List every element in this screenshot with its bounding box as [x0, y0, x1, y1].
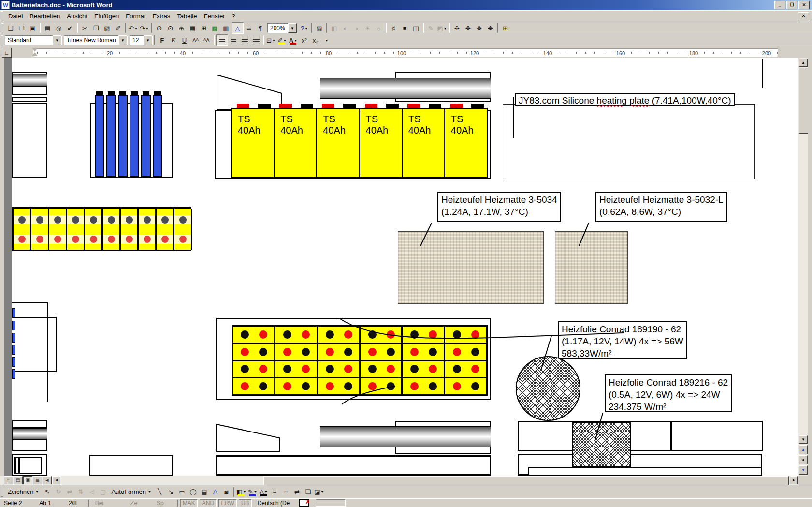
print-icon[interactable]: ▤ — [42, 23, 53, 33]
toolbar-left-arrow-button[interactable]: ◄ — [43, 476, 52, 484]
format-painter-icon[interactable]: ✐ — [113, 23, 124, 33]
align-center-button[interactable] — [228, 35, 239, 45]
menu-item-bearbeiten[interactable]: Bearbeiten — [26, 11, 63, 21]
undo-icon[interactable]: ↶▼ — [128, 23, 139, 33]
scroll-up-icon[interactable]: ▲ — [799, 59, 808, 67]
style-combo[interactable]: Standard ▼ — [5, 35, 62, 45]
crop-icon[interactable]: ♯ — [388, 23, 399, 33]
cut-icon[interactable]: ✂ — [79, 23, 90, 33]
align-right-button[interactable] — [239, 35, 250, 45]
new-document-icon[interactable]: ❏ — [5, 23, 16, 33]
previous-page-icon[interactable]: ▲ — [799, 445, 808, 454]
chevron-down-icon[interactable]: ▼ — [288, 23, 297, 33]
toolbar-handle[interactable] — [1, 487, 3, 497]
print-preview-icon[interactable]: ◎ — [53, 23, 64, 33]
connector-straight-icon[interactable]: ✣ — [451, 23, 463, 33]
close-button[interactable]: ✕ — [798, 1, 810, 9]
connector-elbow-icon[interactable]: ✤ — [463, 23, 474, 33]
save-icon[interactable]: ▣ — [27, 23, 38, 33]
open-icon[interactable]: ❒ — [16, 23, 27, 33]
insert-hyperlink-icon[interactable]: ⊕ — [176, 23, 187, 33]
select-browse-object-icon[interactable]: ● — [799, 455, 808, 464]
vertical-scroll-thumb[interactable] — [799, 68, 809, 134]
line-style-icon[interactable]: ≡ — [399, 23, 410, 33]
superscript-button[interactable]: x² — [299, 35, 310, 45]
threed-icon[interactable]: ◪▼ — [314, 487, 325, 497]
oval-icon[interactable]: ◯ — [188, 487, 199, 497]
vertical-scrollbar[interactable]: ▲ ▼ ▲ ● ▼ — [798, 58, 808, 476]
menu-item-?[interactable]: ? — [229, 11, 239, 21]
menu-item-datei[interactable]: Datei — [5, 11, 26, 21]
spelling-icon[interactable]: ✔ — [64, 23, 75, 33]
grow-font-icon[interactable]: Aᴬ — [190, 35, 201, 45]
font-color-icon[interactable]: A▼ — [258, 487, 269, 497]
dash-style-icon[interactable]: ┅ — [280, 487, 291, 497]
toolbar-options-icon[interactable]: ▼ — [321, 35, 332, 45]
font-size-combo[interactable]: 12 ▼ — [130, 35, 153, 45]
bold-button[interactable]: F — [157, 35, 168, 45]
menu-item-einfgen[interactable]: Einfügen — [91, 11, 122, 21]
add-clip-icon[interactable]: ⊞ — [500, 23, 511, 33]
normal-view-button[interactable]: ≡ — [4, 476, 13, 484]
help-icon[interactable]: ?▼ — [299, 23, 310, 33]
drawing-toggle-icon[interactable]: △ — [232, 22, 244, 34]
redo-icon[interactable]: ↷▼ — [139, 23, 150, 33]
status-mode-änd[interactable]: ÄND — [200, 499, 217, 507]
scroll-down-icon[interactable]: ▼ — [799, 435, 808, 444]
show-formatting-icon[interactable]: ¶ — [255, 23, 266, 33]
paste-icon[interactable]: ▧ — [102, 23, 113, 33]
connector-curved-icon[interactable]: ❖ — [474, 23, 485, 33]
font-color-button[interactable]: A▼ — [288, 35, 299, 45]
zeichnen-menu-button[interactable]: Zeichnen▼ — [5, 487, 42, 496]
font-combo[interactable]: Times New Roman ▼ — [64, 35, 128, 45]
menu-item-format[interactable]: Format — [122, 11, 149, 21]
border-button[interactable]: ⊡▼ — [265, 35, 276, 45]
fill-color-icon[interactable]: ◧▼ — [236, 487, 247, 497]
status-mode-mak[interactable]: MAK — [180, 499, 198, 507]
menu-item-fenster[interactable]: Fenster — [200, 11, 228, 21]
italic-button[interactable]: K — [168, 35, 179, 45]
outline-view-button[interactable]: ≣ — [33, 476, 42, 484]
menu-item-ansicht[interactable]: Ansicht — [63, 11, 91, 21]
next-page-icon[interactable]: ▼ — [799, 465, 808, 475]
arrow-style-icon[interactable]: ⇄ — [291, 487, 303, 497]
line-style-icon[interactable]: ≡ — [269, 487, 280, 497]
chevron-down-icon[interactable]: ▼ — [144, 35, 152, 45]
toolbar-handle[interactable] — [1, 23, 3, 33]
copy-icon[interactable]: ❐ — [90, 23, 102, 33]
find-icon[interactable]: ʘ — [154, 23, 165, 33]
wordart-icon[interactable]: A — [210, 487, 221, 497]
status-mode-üb[interactable]: ÜB — [239, 499, 252, 507]
toolbar-handle[interactable] — [1, 11, 3, 21]
autoformen-menu-button[interactable]: AutoFormen▼ — [108, 487, 154, 496]
rectangle-icon[interactable]: ▭ — [176, 487, 188, 497]
first-line-indent-marker[interactable] — [32, 48, 38, 52]
toolbar-handle[interactable] — [1, 35, 3, 45]
minimize-button[interactable]: _ — [774, 1, 785, 9]
shrink-font-icon[interactable]: ᴬA — [201, 35, 212, 45]
flowchart-icon[interactable]: ✥ — [485, 23, 496, 33]
restore-button[interactable]: ❐ — [786, 1, 798, 9]
text-box-icon[interactable]: ▤ — [199, 487, 210, 497]
insert-table-icon[interactable]: ⊞ — [198, 23, 209, 33]
menu-item-extras[interactable]: Extras — [149, 11, 174, 21]
text-wrapping-icon[interactable]: ◫ — [410, 23, 421, 33]
horizontal-scroll-thumb[interactable] — [263, 476, 789, 485]
zoom-combo[interactable]: 200%▼ — [267, 23, 297, 33]
horizontal-scrollbar[interactable]: ≡▤▣≣◄ ◄ ► — [0, 476, 798, 485]
underline-button[interactable]: U — [179, 35, 190, 45]
clipart-icon[interactable]: ◙ — [221, 487, 232, 497]
shadow-icon[interactable]: ❏ — [303, 487, 314, 497]
tables-and-borders-icon[interactable]: ▦ — [187, 23, 198, 33]
chevron-down-icon[interactable]: ▼ — [118, 35, 127, 45]
scroll-left-icon[interactable]: ◄ — [52, 476, 60, 484]
find-next-icon[interactable]: ʘ — [165, 23, 176, 33]
insert-picture-icon[interactable]: ▨ — [314, 23, 325, 33]
select-objects-icon[interactable]: ↖ — [42, 487, 53, 497]
align-left-button[interactable] — [216, 34, 228, 46]
columns-icon[interactable]: ▥ — [220, 23, 232, 33]
chevron-down-icon[interactable]: ▼ — [53, 35, 61, 45]
word-app-icon[interactable]: W — [1, 1, 10, 9]
document-close-icon[interactable]: ✕ — [798, 12, 809, 20]
insert-excel-sheet-icon[interactable]: ▩ — [209, 23, 220, 33]
